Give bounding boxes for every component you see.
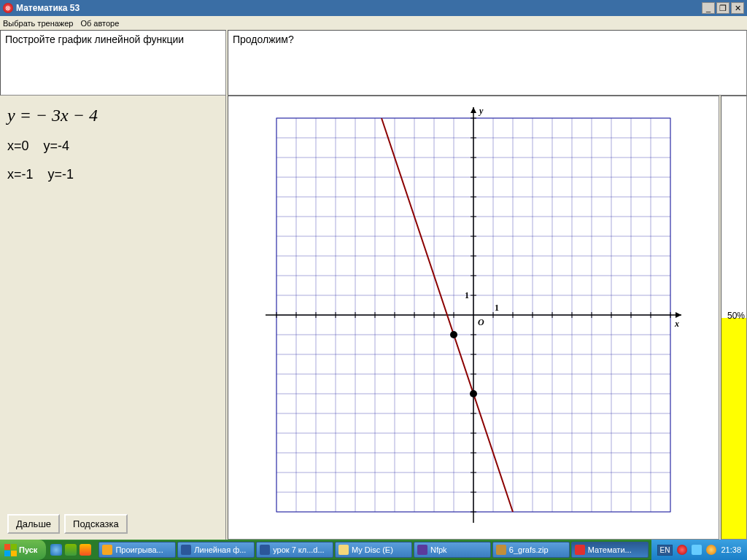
taskbar: Пуск Проигрыва...Линейная ф...урок 7 кл.… <box>0 540 747 560</box>
task-button[interactable]: My Disc (E) <box>335 542 412 558</box>
task-label: Проигрыва... <box>115 545 163 554</box>
svg-point-95 <box>470 390 477 397</box>
quicklaunch-icon[interactable] <box>65 544 77 556</box>
graph-pane: 11Oxy <box>228 96 719 540</box>
progress-fill <box>721 318 746 540</box>
task-icon <box>102 545 112 555</box>
window-titlebar: ⊗ Математика 53 _ ❐ ✕ <box>0 0 747 16</box>
equation-text: y = − 3x − 4 <box>7 106 218 125</box>
formula-panel: y = − 3x − 4 x=0 y=-4 x=-1 y=-1 Дальше П… <box>0 96 226 540</box>
ie-icon[interactable] <box>50 544 62 556</box>
menu-choose-trainer[interactable]: Выбрать тренажер <box>3 19 73 28</box>
task-button[interactable]: Проигрыва... <box>98 542 176 558</box>
task-label: Математи... <box>588 545 632 554</box>
system-tray: EN 21:38 <box>651 540 747 560</box>
maximize-button[interactable]: ❐ <box>716 2 729 14</box>
function-graph[interactable]: 11Oxy <box>262 104 685 526</box>
task-icon <box>417 545 427 555</box>
svg-text:x: x <box>674 319 679 329</box>
tray-icon[interactable] <box>677 545 687 555</box>
task-button[interactable]: Линейная ф... <box>177 542 255 558</box>
task-label: 6_grafs.zip <box>509 545 549 554</box>
task-label: урок 7 кл...d... <box>273 545 324 554</box>
hint-button[interactable]: Подсказка <box>64 514 128 534</box>
task-label: Nfpk <box>430 545 447 554</box>
prompt-pane: Продолжим? <box>228 30 747 96</box>
task-icon <box>260 545 270 555</box>
clock[interactable]: 21:38 <box>721 545 741 554</box>
app-icon: ⊗ <box>3 3 13 13</box>
tray-icon[interactable] <box>692 545 702 555</box>
next-button[interactable]: Дальше <box>7 514 60 534</box>
svg-text:O: O <box>478 317 484 327</box>
close-button[interactable]: ✕ <box>731 2 744 14</box>
menu-bar: Выбрать тренажер Об авторе <box>0 16 747 30</box>
point-1: x=0 y=-4 <box>7 139 218 154</box>
task-icon <box>338 545 349 555</box>
svg-marker-86 <box>471 107 476 113</box>
quicklaunch-icon[interactable] <box>80 544 91 556</box>
point-2: x=-1 y=-1 <box>7 167 218 182</box>
tray-icon[interactable] <box>706 545 716 555</box>
task-button[interactable]: Nfpk <box>414 542 491 558</box>
task-label: My Disc (E) <box>352 545 393 554</box>
quicklaunch <box>46 544 96 556</box>
task-icon <box>575 545 585 555</box>
windows-logo-icon <box>4 544 16 556</box>
start-button[interactable]: Пуск <box>0 540 46 560</box>
progress-label: 50% <box>727 311 745 321</box>
task-button[interactable]: 6_grafs.zip <box>492 542 570 558</box>
window-title: Математика 53 <box>16 3 702 13</box>
task-icon <box>181 545 191 555</box>
task-button[interactable]: урок 7 кл...d... <box>256 542 333 558</box>
svg-text:y: y <box>478 106 484 116</box>
svg-text:1: 1 <box>465 290 469 300</box>
minimize-button[interactable]: _ <box>702 2 715 14</box>
progress-strip: 50% <box>721 96 747 540</box>
task-buttons: Проигрыва...Линейная ф...урок 7 кл...d..… <box>96 542 651 558</box>
start-label: Пуск <box>19 545 37 554</box>
task-icon <box>496 545 506 555</box>
language-indicator[interactable]: EN <box>657 545 673 556</box>
task-text-pane: Постройте график линейной функции <box>0 30 226 96</box>
svg-point-94 <box>450 331 457 338</box>
svg-marker-85 <box>676 312 681 318</box>
task-label: Линейная ф... <box>194 545 246 554</box>
task-button[interactable]: Математи... <box>571 542 649 558</box>
menu-about-author[interactable]: Об авторе <box>80 19 119 28</box>
svg-text:1: 1 <box>495 303 499 313</box>
